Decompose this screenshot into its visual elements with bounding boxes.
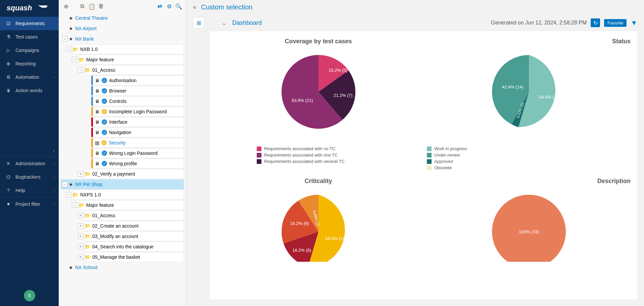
add-button[interactable]: ⊕ bbox=[61, 2, 71, 11]
pie-label: 54.5% (18) bbox=[539, 95, 560, 100]
status-badge: ✓ bbox=[101, 140, 107, 145]
back-button[interactable]: « bbox=[193, 4, 196, 11]
tree-label: 04_Search into the catalogue bbox=[92, 244, 153, 249]
folder-icon: 📁 bbox=[79, 57, 84, 62]
tree-folder[interactable]: +📁02_Verify a payment bbox=[85, 169, 184, 179]
collapse-icon[interactable]: − bbox=[66, 47, 71, 52]
tree-project[interactable]: ★NX School bbox=[61, 262, 184, 272]
expand-icon[interactable]: + bbox=[78, 244, 83, 249]
nav-label: Requirements bbox=[15, 21, 45, 26]
grid-view-button[interactable]: ⊞ bbox=[193, 17, 204, 28]
flask-icon: ⚗ bbox=[5, 34, 11, 40]
tree-label: 05_Manage the basket bbox=[92, 254, 140, 260]
sidebar-collapse[interactable]: ‹ bbox=[49, 145, 59, 157]
nav-projectfilter[interactable]: ▼Project filter› bbox=[0, 197, 59, 211]
tree-label: Major feature bbox=[86, 202, 114, 208]
tree-req[interactable]: 🖥✓Browser bbox=[91, 86, 184, 96]
tree-req[interactable]: 🖥✓Wrong Login Password bbox=[91, 148, 184, 158]
tree-req[interactable]: 🖥✓Controls bbox=[91, 96, 184, 106]
svg-text:squash: squash bbox=[6, 4, 32, 12]
expand-icon[interactable]: + bbox=[78, 171, 83, 177]
pie-label: 18.2% (6) bbox=[292, 248, 311, 253]
tree-folder[interactable]: −📁NXPS 1.0 bbox=[73, 190, 184, 200]
refresh-button[interactable]: ↻ bbox=[591, 18, 600, 27]
tree-folder[interactable]: +📁03_Modify an account bbox=[85, 231, 184, 241]
pie-label: 18.2% (6) bbox=[290, 221, 309, 226]
expand-icon[interactable]: + bbox=[78, 234, 83, 239]
collapse-icon[interactable]: − bbox=[72, 57, 77, 62]
tree-label: Browser bbox=[109, 88, 126, 94]
color-bar bbox=[91, 117, 93, 127]
tree-label: 02_Verify a payment bbox=[92, 171, 135, 177]
folder-icon: 📁 bbox=[85, 223, 90, 229]
swap-button[interactable]: ⇄ bbox=[155, 2, 164, 11]
tree-folder[interactable]: −📁Major feature bbox=[79, 55, 184, 65]
chart-title: Criticality bbox=[216, 178, 420, 185]
tree-label: 02_Create an account bbox=[92, 223, 139, 229]
nav-automation[interactable]: ⚙Automation› bbox=[0, 70, 59, 84]
chevron-down-icon[interactable]: ⌄ bbox=[222, 20, 226, 26]
collapse-icon[interactable]: − bbox=[72, 202, 77, 208]
nav-administration[interactable]: ✕Administration› bbox=[0, 157, 59, 170]
svg-point-1 bbox=[492, 195, 566, 262]
legend-label: Under review bbox=[434, 152, 460, 158]
tree-req[interactable]: 🖥✓Authorisation bbox=[91, 75, 184, 85]
paste-button[interactable]: 📋 bbox=[87, 2, 96, 11]
tree-project[interactable]: ★Central Theatre bbox=[61, 13, 184, 23]
tree-label: 01_Access bbox=[92, 67, 115, 73]
tree-label: NXPS 1.0 bbox=[80, 192, 101, 197]
tree-folder[interactable]: −📁01_Access bbox=[85, 65, 184, 75]
logo: squash bbox=[0, 0, 59, 17]
tree-label: NX Airport bbox=[75, 26, 97, 31]
tree-req[interactable]: 🖥✓Interface bbox=[91, 117, 184, 127]
tree-folder[interactable]: +📁01_Access bbox=[85, 210, 184, 221]
collapse-icon[interactable]: − bbox=[62, 182, 67, 187]
nav-help[interactable]: ?Help› bbox=[0, 184, 59, 197]
color-bar bbox=[91, 148, 93, 158]
tree-folder[interactable]: +📁05_Manage the basket bbox=[85, 252, 184, 262]
tree-req[interactable]: ▤✓Security bbox=[91, 138, 184, 148]
tree-folder[interactable]: −📁NXB 1.0 bbox=[73, 44, 184, 54]
legend-swatch bbox=[427, 153, 432, 158]
chevron-right-icon: › bbox=[53, 202, 55, 206]
expand-icon[interactable]: + bbox=[78, 213, 83, 218]
filter-button[interactable]: ▼ bbox=[631, 19, 637, 27]
expand-icon[interactable]: + bbox=[78, 254, 83, 260]
nav-requirements[interactable]: ☑Requirements bbox=[0, 17, 59, 30]
user-avatar[interactable]: S bbox=[24, 290, 35, 301]
nav-actionwords[interactable]: ♛Action words bbox=[0, 84, 59, 97]
collapse-icon[interactable]: − bbox=[78, 67, 83, 73]
pie-criticality: 9.09% (3) 18.2% (6) 18.2% (6) 54.5% (18) bbox=[271, 188, 365, 262]
legend-label: Work in progress bbox=[434, 146, 467, 151]
nav-label: Project filter bbox=[15, 201, 40, 207]
collapse-icon[interactable]: − bbox=[62, 36, 67, 42]
collapse-icon[interactable]: − bbox=[66, 192, 71, 197]
crown-icon: ♛ bbox=[5, 87, 11, 94]
tree-project[interactable]: −★NX Pet Shop bbox=[61, 179, 184, 189]
nav-label: Automation bbox=[15, 74, 39, 80]
favorite-button[interactable]: Favorite bbox=[604, 19, 627, 27]
delete-button[interactable]: 🗑 bbox=[96, 2, 106, 11]
tree-folder[interactable]: −📁Major feature bbox=[79, 200, 184, 210]
legend-item: Requirements associated with several TC bbox=[257, 158, 420, 165]
nav-campaigns[interactable]: ▷Campaigns bbox=[0, 44, 59, 57]
tree-project[interactable]: −★NX Bank bbox=[61, 34, 184, 44]
folder-icon: 📁 bbox=[85, 254, 90, 260]
tree-req[interactable]: 🖥✓Navigation bbox=[91, 127, 184, 137]
copy-button[interactable]: ⧉ bbox=[78, 2, 87, 11]
tree-req[interactable]: 🖥✓Incomplete Login Password bbox=[91, 107, 184, 117]
nav-reporting[interactable]: ⊕Reporting bbox=[0, 57, 59, 70]
nav-testcases[interactable]: ⚗Test cases bbox=[0, 30, 59, 44]
tree-req[interactable]: 🖥✓Wrong profile bbox=[91, 159, 184, 169]
monitor-icon: 🖥 bbox=[95, 119, 100, 125]
settings-button[interactable]: ⚙ bbox=[164, 2, 174, 11]
search-button[interactable]: 🔍 bbox=[174, 2, 183, 11]
expand-icon[interactable]: + bbox=[78, 223, 83, 229]
wrench-icon: ✕ bbox=[5, 161, 11, 167]
chart-description: Description 100% (33) bbox=[427, 178, 631, 262]
folder-icon: 📁 bbox=[79, 202, 84, 208]
tree-folder[interactable]: +📁04_Search into the catalogue bbox=[85, 242, 184, 252]
tree-folder[interactable]: +📁02_Create an account bbox=[85, 221, 184, 231]
tree-project[interactable]: ★NX Airport bbox=[61, 23, 184, 34]
nav-bugtrackers[interactable]: ⌬Bugtrackers› bbox=[0, 170, 59, 184]
